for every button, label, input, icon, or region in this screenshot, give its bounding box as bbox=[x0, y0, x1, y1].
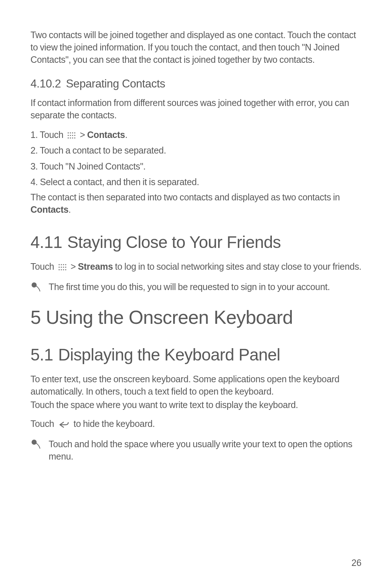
heading-4-11: 4.11Staying Close to Your Friends bbox=[30, 232, 362, 252]
note-icon bbox=[30, 282, 41, 293]
svg-point-9 bbox=[70, 137, 71, 138]
svg-point-25 bbox=[32, 440, 36, 444]
note-1-text: The first time you do this, you will be … bbox=[49, 281, 330, 293]
svg-point-8 bbox=[68, 137, 69, 138]
svg-point-19 bbox=[65, 267, 66, 268]
step-2: 2. Touch a contact to be separated. bbox=[30, 144, 362, 158]
step-1-suffix: . bbox=[125, 130, 127, 140]
kbd-para-1: To enter text, use the onscreen keyboard… bbox=[30, 373, 362, 398]
apps-grid-icon bbox=[68, 129, 75, 135]
svg-point-17 bbox=[61, 267, 62, 268]
heading-5-1: 5.1Displaying the Keyboard Panel bbox=[30, 345, 362, 364]
kbd-hide-paragraph: Touch to hide the keyboard. bbox=[30, 418, 362, 430]
svg-point-16 bbox=[58, 267, 60, 268]
svg-point-3 bbox=[74, 132, 75, 133]
kbd-hide-pre: Touch bbox=[30, 419, 56, 429]
svg-point-11 bbox=[74, 137, 75, 138]
heading-number: 4.11 bbox=[30, 233, 62, 252]
step-1-bold: Contacts bbox=[87, 130, 125, 140]
svg-point-20 bbox=[58, 269, 60, 270]
svg-point-24 bbox=[32, 283, 36, 287]
note-icon bbox=[30, 439, 41, 450]
friends-pre: Touch bbox=[30, 261, 56, 272]
heading-number: 5.1 bbox=[30, 345, 53, 364]
svg-point-22 bbox=[63, 269, 64, 270]
svg-point-10 bbox=[72, 137, 73, 138]
note-2-text: Touch and hold the space where you usual… bbox=[49, 438, 362, 463]
svg-point-21 bbox=[61, 269, 62, 270]
back-arrow-icon bbox=[58, 419, 69, 427]
svg-point-23 bbox=[65, 269, 66, 270]
step-3: 3. Touch "N Joined Contacts". bbox=[30, 160, 362, 174]
step-4: 4. Select a contact, and then it is sepa… bbox=[30, 175, 362, 189]
separating-intro: If contact information from different so… bbox=[30, 97, 362, 122]
apps-grid-icon bbox=[58, 261, 66, 268]
sep-result-bold: Contacts bbox=[30, 204, 69, 215]
heading-4-10-2: 4.10.2Separating Contacts bbox=[30, 77, 362, 90]
document-page: Two contacts will be joined together and… bbox=[0, 0, 392, 462]
heading-number: 4.10.2 bbox=[30, 77, 61, 90]
svg-point-12 bbox=[58, 264, 60, 265]
step-1-gt: > bbox=[78, 130, 87, 140]
svg-point-0 bbox=[68, 132, 69, 133]
page-number: 26 bbox=[351, 558, 362, 568]
svg-point-18 bbox=[63, 267, 64, 268]
svg-point-5 bbox=[70, 135, 71, 136]
friends-paragraph: Touch > Streams to log in to social netw… bbox=[30, 261, 362, 273]
svg-point-15 bbox=[65, 264, 66, 265]
step-1-prefix: 1. Touch bbox=[30, 130, 65, 140]
svg-point-6 bbox=[72, 135, 73, 136]
step-1: 1. Touch > Contacts. bbox=[30, 128, 362, 142]
heading-number: 5 bbox=[30, 307, 41, 328]
heading-5: 5Using the Onscreen Keyboard bbox=[30, 306, 362, 328]
svg-point-7 bbox=[74, 135, 75, 136]
svg-point-14 bbox=[63, 264, 64, 265]
svg-point-2 bbox=[72, 132, 73, 133]
heading-title: Separating Contacts bbox=[66, 77, 165, 90]
svg-point-4 bbox=[68, 135, 69, 136]
note-1: The first time you do this, you will be … bbox=[30, 281, 362, 293]
heading-title: Staying Close to Your Friends bbox=[67, 233, 281, 252]
note-2: Touch and hold the space where you usual… bbox=[30, 438, 362, 463]
friends-gt: > bbox=[69, 261, 78, 272]
sep-result-pre: The contact is then separated into two c… bbox=[30, 192, 340, 202]
heading-title: Displaying the Keyboard Panel bbox=[58, 345, 280, 364]
friends-post: to log in to social networking sites and… bbox=[113, 261, 362, 272]
kbd-hide-post: to hide the keyboard. bbox=[72, 419, 155, 429]
kbd-para-2: Touch the space where you want to write … bbox=[30, 399, 362, 411]
svg-point-1 bbox=[70, 132, 71, 133]
svg-point-13 bbox=[61, 264, 62, 265]
separating-result: The contact is then separated into two c… bbox=[30, 191, 362, 216]
friends-bold: Streams bbox=[78, 261, 113, 272]
heading-title: Using the Onscreen Keyboard bbox=[46, 307, 293, 328]
intro-paragraph: Two contacts will be joined together and… bbox=[30, 29, 362, 66]
sep-result-post: . bbox=[69, 204, 71, 215]
